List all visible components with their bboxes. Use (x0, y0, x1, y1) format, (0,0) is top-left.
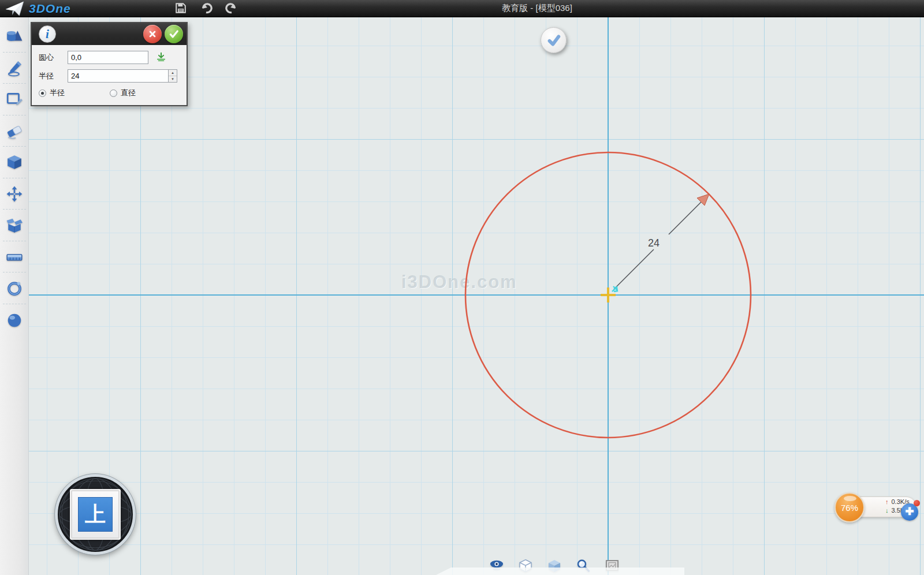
progress-badge[interactable]: 76% (834, 492, 865, 522)
dialog-header: i (32, 23, 187, 45)
radio-option-1[interactable]: 直径 (110, 88, 136, 98)
progress-percent: 76% (841, 503, 858, 513)
grid-axis-vertical (608, 17, 609, 575)
center-field-row: 圆心 (39, 51, 180, 64)
apply-check-button[interactable] (541, 27, 567, 53)
collapsed-tray (436, 567, 684, 575)
sidebar-item-feature[interactable] (0, 147, 29, 178)
center-label: 圆心 (39, 53, 68, 63)
network-speed-widget[interactable]: ↑ 0.3K/s ↓ 3.5K/s ✚ 76% (834, 492, 924, 527)
radius-stepper: ▲ ▼ (169, 69, 177, 83)
sketch-pen-icon (6, 59, 23, 77)
circle-tool-dialog: i 圆心 半径 ▲ (31, 22, 188, 106)
ruler-icon (6, 248, 23, 266)
info-icon[interactable]: i (39, 25, 56, 43)
cancel-button[interactable] (143, 25, 162, 43)
save-icon (174, 2, 187, 16)
close-icon (147, 29, 158, 39)
center-input[interactable] (68, 51, 148, 64)
radio-icon (110, 89, 117, 97)
sidebar-item-combine[interactable] (0, 210, 29, 241)
sidebar-item-measure[interactable] (0, 241, 29, 273)
radio-icon (39, 89, 46, 97)
box-open-icon (6, 216, 23, 234)
confirm-button[interactable] (165, 25, 183, 43)
titlebar: 3DOne 教育版 - [模型036] (0, 0, 924, 17)
dimension-arrow (697, 194, 709, 206)
window-title: 教育版 - [模型036] (502, 0, 572, 16)
undo-button[interactable] (199, 2, 214, 16)
grid-axis-horizontal (29, 294, 924, 296)
view-navigator[interactable]: 上 (55, 474, 136, 555)
ring-icon (6, 279, 23, 297)
radius-input[interactable] (68, 69, 169, 83)
cursor-snap-marker (612, 286, 617, 292)
cube-icon (6, 154, 23, 171)
sidebar-item-sketch-edit[interactable] (0, 84, 29, 115)
radio-option-0[interactable]: 半径 (39, 88, 65, 98)
save-button[interactable] (173, 2, 188, 16)
dialog-body: 圆心 半径 ▲ ▼ 半径 直径 (32, 45, 187, 105)
view-cube-face[interactable]: 上 (70, 489, 121, 540)
sidebar-item-special-edit[interactable] (0, 115, 29, 147)
stepper-down-icon[interactable]: ▼ (169, 76, 177, 82)
sphere-icon (6, 311, 23, 328)
app-logo: 3DOne (5, 0, 71, 17)
redo-button[interactable] (224, 2, 239, 16)
sketch-edit-icon (6, 91, 23, 108)
check-icon (545, 32, 562, 49)
upload-arrow-icon: ↑ (885, 498, 889, 506)
stepper-up-icon[interactable]: ▲ (169, 70, 177, 76)
view-cube-face-label: 上 (78, 497, 113, 532)
primitives-icon (6, 28, 23, 45)
titlebar-quick-buttons (173, 0, 239, 17)
dimension-value: 24 (648, 237, 660, 249)
sidebar-item-sphere[interactable] (0, 304, 29, 336)
sidebar-item-transform[interactable] (0, 178, 29, 210)
eraser-icon (6, 122, 23, 140)
check-icon (168, 28, 180, 40)
watermark: i3DOne.com (401, 272, 517, 293)
radius-diameter-options: 半径 直径 (39, 88, 180, 98)
move-icon (6, 185, 23, 203)
brand-text: 3DOne (29, 2, 71, 16)
undo-icon (200, 2, 213, 16)
pick-point-icon[interactable] (155, 52, 167, 64)
redo-icon (225, 2, 238, 16)
sidebar-item-sketch-draw[interactable] (0, 53, 29, 84)
sidebar-item-primitives[interactable] (0, 21, 29, 53)
radius-label: 半径 (39, 71, 68, 81)
left-toolbar (0, 17, 29, 575)
sidebar-item-ring[interactable] (0, 272, 29, 304)
notification-dot (914, 500, 920, 506)
paper-plane-icon (5, 1, 25, 17)
radius-field-row: 半径 ▲ ▼ (39, 69, 180, 83)
download-arrow-icon: ↓ (885, 506, 889, 515)
